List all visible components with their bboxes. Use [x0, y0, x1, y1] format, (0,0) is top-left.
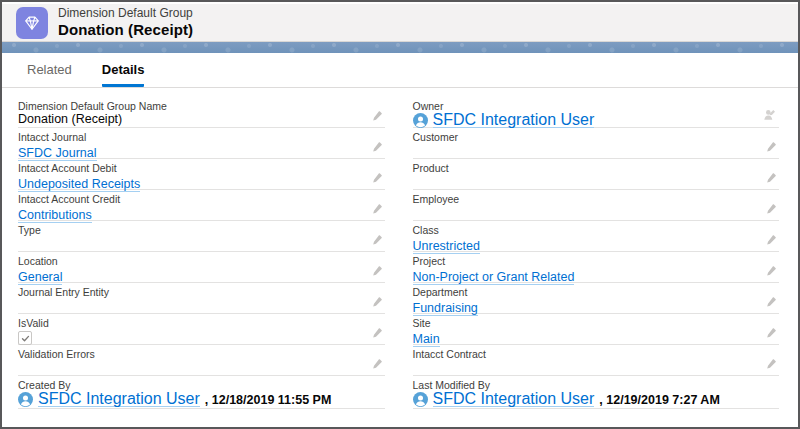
field-label: Type — [18, 224, 385, 236]
field-site: Site Main — [413, 314, 780, 345]
field-created-by: Created By SFDC Integration User , 12/18… — [18, 376, 385, 409]
edit-pencil-icon[interactable] — [765, 141, 777, 153]
field-label: Validation Errors — [18, 348, 385, 360]
field-type: Type — [18, 221, 385, 252]
page-title: Donation (Receipt) — [58, 21, 193, 38]
field-label: Class — [413, 224, 780, 236]
field-customer: Customer — [413, 128, 780, 159]
field-label: Intacct Contract — [413, 348, 780, 360]
field-label: Customer — [413, 131, 780, 143]
field-class: Class Unrestricted — [413, 221, 780, 252]
tab-details[interactable]: Details — [102, 62, 145, 87]
field-dimension-default-group-name: Dimension Default Group Name Donation (R… — [18, 97, 385, 128]
field-intacct-journal: Intacct Journal SFDC Journal — [18, 128, 385, 159]
user-avatar-icon — [413, 113, 428, 128]
edit-pencil-icon[interactable] — [371, 265, 383, 277]
field-label: IsValid — [18, 317, 385, 329]
created-by-user-link[interactable]: SFDC Integration User — [38, 392, 200, 407]
created-date: , 12/18/2019 11:55 PM — [205, 393, 331, 407]
field-value: Donation (Receipt) — [18, 112, 385, 127]
field-department: Department Fundraising — [413, 283, 780, 314]
edit-pencil-icon[interactable] — [371, 172, 383, 184]
record-detail-panel: Dimension Default Group Name Donation (R… — [2, 88, 798, 409]
edit-pencil-icon[interactable] — [765, 327, 777, 339]
field-label: Site — [413, 317, 780, 329]
record-header: Dimension Default Group Donation (Receip… — [2, 4, 798, 42]
record-type-label: Dimension Default Group — [58, 7, 193, 21]
field-label: Journal Entry Entity — [18, 286, 385, 298]
tab-related[interactable]: Related — [27, 62, 72, 87]
field-label: Location — [18, 255, 385, 267]
field-label: Product — [413, 162, 780, 174]
field-last-modified-by: Last Modified By SFDC Integration User ,… — [413, 376, 780, 409]
field-product: Product — [413, 159, 780, 190]
edit-pencil-icon[interactable] — [371, 358, 383, 370]
field-location: Location General — [18, 252, 385, 283]
detail-column-left: Dimension Default Group Name Donation (R… — [18, 97, 385, 409]
user-avatar-icon — [18, 392, 33, 407]
field-owner: Owner SFDC Integration User — [413, 97, 780, 128]
last-modified-date: , 12/19/2019 7:27 AM — [599, 393, 719, 407]
field-project: Project Non-Project or Grant Related — [413, 252, 780, 283]
edit-pencil-icon[interactable] — [765, 234, 777, 246]
edit-pencil-icon[interactable] — [765, 358, 777, 370]
edit-pencil-icon[interactable] — [371, 234, 383, 246]
custom-object-gem-icon — [16, 7, 48, 39]
last-modified-by-user-link[interactable]: SFDC Integration User — [433, 392, 595, 407]
edit-pencil-icon[interactable] — [765, 265, 777, 277]
detail-column-right: Owner SFDC Integration User Customer Pro… — [413, 97, 780, 409]
field-validation-errors: Validation Errors — [18, 345, 385, 376]
isvalid-checkbox[interactable] — [18, 331, 32, 345]
edit-pencil-icon[interactable] — [765, 172, 777, 184]
record-tabs: Related Details — [2, 53, 798, 88]
field-journal-entry-entity: Journal Entry Entity — [18, 283, 385, 314]
field-label: Employee — [413, 193, 780, 205]
field-isvalid: IsValid — [18, 314, 385, 345]
change-owner-icon[interactable] — [763, 108, 777, 122]
field-label: Intacct Account Credit — [18, 193, 385, 205]
field-label: Dimension Default Group Name — [18, 100, 385, 112]
field-employee: Employee — [413, 190, 780, 221]
edit-pencil-icon[interactable] — [765, 296, 777, 308]
owner-user-link[interactable]: SFDC Integration User — [433, 113, 595, 128]
field-intacct-account-credit: Intacct Account Credit Contributions — [18, 190, 385, 221]
edit-pencil-icon[interactable] — [371, 110, 383, 122]
edit-pencil-icon[interactable] — [765, 203, 777, 215]
edit-pencil-icon[interactable] — [371, 296, 383, 308]
field-label: Department — [413, 286, 780, 298]
check-icon — [21, 334, 30, 343]
field-intacct-account-debit: Intacct Account Debit Undeposited Receip… — [18, 159, 385, 190]
user-avatar-icon — [413, 392, 428, 407]
edit-pencil-icon[interactable] — [371, 141, 383, 153]
field-label: Intacct Journal — [18, 131, 385, 143]
field-label: Intacct Account Debit — [18, 162, 385, 174]
theme-background-band — [2, 42, 798, 53]
edit-pencil-icon[interactable] — [371, 203, 383, 215]
field-intacct-contract: Intacct Contract — [413, 345, 780, 376]
field-label: Project — [413, 255, 780, 267]
edit-pencil-icon[interactable] — [371, 327, 383, 339]
